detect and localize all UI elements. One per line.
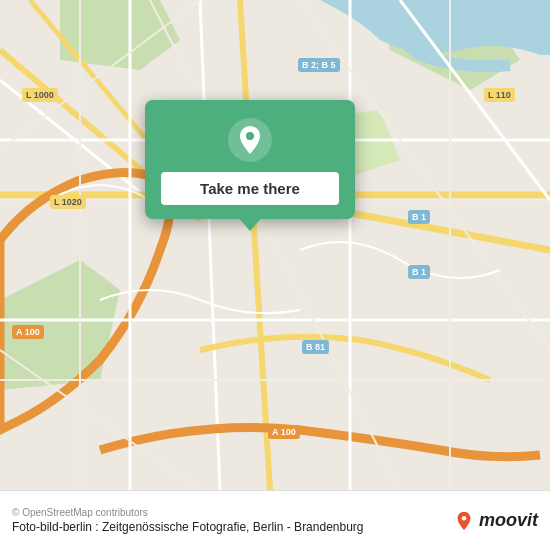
place-name: Foto-bild-berlin : Zeitgenössische Fotog… [12, 520, 453, 534]
road-label-l1020a: L 1020 [50, 195, 86, 209]
bottom-info: © OpenStreetMap contributors Foto-bild-b… [12, 507, 453, 534]
road-label-l1000: L 1000 [22, 88, 58, 102]
svg-point-28 [462, 515, 467, 520]
moovit-pin-icon [453, 510, 475, 532]
moovit-logo: moovit [453, 510, 538, 532]
road-label-a100b: A 100 [268, 425, 300, 439]
bottom-bar: © OpenStreetMap contributors Foto-bild-b… [0, 490, 550, 550]
road-label-a100a: A 100 [12, 325, 44, 339]
road-label-b2b5: B 2; B 5 [298, 58, 340, 72]
road-label-b81: B 81 [302, 340, 329, 354]
popup-card: Take me there [145, 100, 355, 219]
road-label-l110: L 110 [484, 88, 515, 102]
location-pin-icon [228, 118, 272, 162]
moovit-brand-text: moovit [479, 510, 538, 531]
road-label-b1b: B 1 [408, 265, 430, 279]
copyright-text: © OpenStreetMap contributors [12, 507, 453, 518]
svg-point-27 [246, 132, 254, 140]
take-me-there-button[interactable]: Take me there [161, 172, 339, 205]
map-container[interactable]: L 1000 L 1020 L 1020 B 2; B 5 B 1 B 1 A … [0, 0, 550, 490]
road-label-b1a: B 1 [408, 210, 430, 224]
